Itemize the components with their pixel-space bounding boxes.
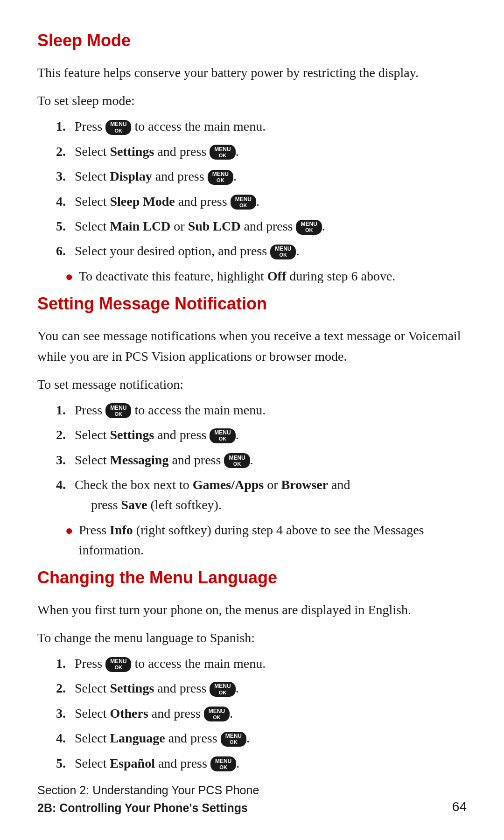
menu-language-section: Changing the Menu Language When you firs… [37, 565, 467, 773]
step-num: 5. [56, 216, 75, 236]
sleep-bullet-1: ● To deactivate this feature, highlight … [65, 266, 467, 287]
menu-ok-btn: MENUOK [208, 170, 233, 185]
msg-bullet-1: ● Press Info (right softkey) during step… [65, 520, 467, 560]
step-num: 4. [56, 728, 75, 748]
sleep-mode-section: Sleep Mode This feature helps conserve y… [37, 28, 467, 287]
step-num: 1. [56, 653, 75, 673]
message-notification-para1: You can see message notifications when y… [37, 326, 467, 366]
step-num: 3. [56, 166, 75, 186]
sleep-mode-bullets: ● To deactivate this feature, highlight … [65, 266, 467, 287]
step-num: 2. [56, 678, 75, 698]
lang-step-4: 4. Select Language and press MENUOK. [56, 728, 467, 748]
menu-ok-btn: MENUOK [210, 428, 235, 443]
menu-ok-btn: MENUOK [231, 195, 256, 210]
sleep-step-4: 4. Select Sleep Mode and press MENUOK. [56, 191, 467, 211]
message-notification-bullets: ● Press Info (right softkey) during step… [65, 520, 467, 560]
lang-step-1: 1. Press MENUOK to access the main menu. [56, 653, 467, 673]
menu-language-intro: To change the menu language to Spanish: [37, 628, 467, 648]
sleep-step-3: 3. Select Display and press MENUOK. [56, 166, 467, 186]
menu-ok-btn: MENUOK [296, 220, 322, 235]
sleep-mode-steps: 1. Press MENUOK to access the main menu.… [56, 116, 467, 261]
step-num: 2. [56, 141, 75, 161]
msg-step-2: 2. Select Settings and press MENUOK. [56, 425, 467, 445]
step-num: 1. [56, 400, 75, 420]
sleep-step-2: 2. Select Settings and press MENUOK. [56, 141, 467, 161]
menu-ok-btn: MENUOK [270, 245, 296, 259]
menu-ok-btn: MENUOK [221, 732, 246, 747]
menu-ok-btn: MENUOK [105, 120, 131, 135]
message-notification-section: Setting Message Notification You can see… [37, 291, 467, 560]
step-num: 4. [56, 191, 75, 211]
sleep-mode-para1: This feature helps conserve your battery… [37, 63, 467, 83]
page-number: 64 [452, 797, 467, 817]
step-num: 3. [56, 703, 75, 723]
menu-language-para1: When you first turn your phone on, the m… [37, 600, 467, 620]
menu-ok-btn: MENUOK [204, 707, 230, 721]
step-num: 6. [56, 241, 75, 261]
sleep-mode-intro: To set sleep mode: [37, 91, 467, 111]
bullet-icon: ● [65, 266, 73, 287]
footer-section-line2: 2B: Controlling Your Phone's Settings [37, 799, 259, 817]
step-num: 4. [56, 475, 75, 495]
message-notification-title: Setting Message Notification [37, 291, 467, 316]
menu-ok-btn: MENUOK [224, 453, 250, 468]
menu-ok-btn: MENUOK [105, 403, 131, 418]
sleep-step-6: 6. Select your desired option, and press… [56, 241, 467, 261]
bullet-icon: ● [65, 520, 73, 540]
message-notification-steps: 1. Press MENUOK to access the main menu.… [56, 400, 467, 515]
lang-step-3: 3. Select Others and press MENUOK. [56, 703, 467, 723]
menu-language-steps: 1. Press MENUOK to access the main menu.… [56, 653, 467, 773]
footer-section-info: Section 2: Understanding Your PCS Phone … [37, 782, 259, 817]
step-num: 1. [56, 116, 75, 136]
lang-step-2: 2. Select Settings and press MENUOK. [56, 678, 467, 698]
sleep-mode-title: Sleep Mode [37, 28, 467, 53]
menu-language-title: Changing the Menu Language [37, 565, 467, 590]
step-num: 3. [56, 450, 75, 470]
msg-step-4: 4. Check the box next to Games/Apps or B… [56, 475, 467, 515]
menu-ok-btn: MENUOK [210, 145, 235, 160]
message-notification-intro: To set message notification: [37, 375, 467, 394]
sleep-step-5: 5. Select Main LCD or Sub LCD and press … [56, 216, 467, 236]
step-num: 2. [56, 425, 75, 445]
menu-ok-btn: MENUOK [210, 682, 235, 697]
page-footer: Section 2: Understanding Your PCS Phone … [37, 763, 467, 817]
msg-step-3: 3. Select Messaging and press MENUOK. [56, 450, 467, 470]
menu-ok-btn: MENUOK [105, 657, 131, 672]
footer-section-line1: Section 2: Understanding Your PCS Phone [37, 782, 259, 799]
msg-step-1: 1. Press MENUOK to access the main menu. [56, 400, 467, 420]
sleep-step-1: 1. Press MENUOK to access the main menu. [56, 116, 467, 136]
